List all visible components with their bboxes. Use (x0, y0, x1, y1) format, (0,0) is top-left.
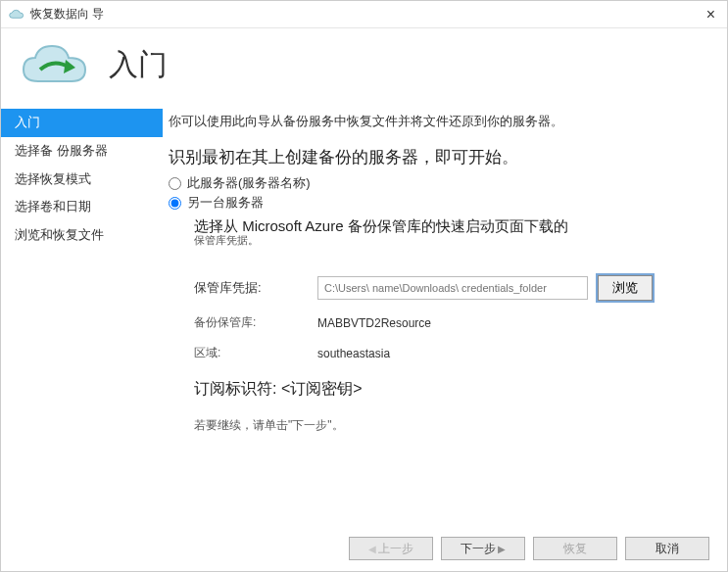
cloud-arrow-icon (21, 40, 89, 89)
radio-this-server-input[interactable] (169, 177, 181, 190)
continue-hint: 若要继续，请单击"下一步"。 (194, 417, 704, 434)
backup-vault-label: 备份保管库: (194, 314, 317, 331)
wizard-main: 你可以使用此向导从备份服务中恢复文件并将文件还原到你的服务器。 识别最初在其上创… (163, 107, 727, 526)
intro-text: 你可以使用此向导从备份服务中恢复文件并将文件还原到你的服务器。 (169, 113, 704, 130)
radio-this-server[interactable]: 此服务器(服务器名称) (169, 174, 704, 192)
next-button[interactable]: 下一步 ▶ (441, 537, 525, 560)
radio-other-server-label: 另一台服务器 (187, 194, 264, 212)
page-title: 入门 (109, 45, 168, 85)
cancel-button[interactable]: 取消 (625, 537, 709, 560)
sidebar-item-select-volume-date[interactable]: 选择卷和日期 (1, 193, 163, 221)
vault-hint-small: 保管库凭据。 (194, 233, 704, 248)
radio-other-server[interactable]: 另一台服务器 (169, 194, 704, 212)
credentials-row: 保管库凭据: 浏览 (194, 275, 704, 301)
subscription-id: 订阅标识符: <订阅密钥> (194, 379, 704, 400)
backup-vault-value: MABBVTD2Resource (317, 316, 431, 330)
chevron-left-icon: ◀ (368, 544, 379, 554)
recover-button: 恢复 (533, 537, 617, 560)
other-server-block: 选择从 Microsoft Azure 备份保管库的快速启动页面下载的 保管库凭… (194, 217, 704, 434)
wizard-sidebar: 入门 选择备 份服务器 选择恢复模式 选择卷和日期 浏览和恢复文件 (1, 107, 163, 526)
cloud-icon-small (9, 9, 24, 21)
browse-button[interactable]: 浏览 (598, 275, 653, 301)
wizard-footer: ◀ 上一步 下一步 ▶ 恢复 取消 (1, 526, 727, 571)
wizard-header: 入门 (1, 28, 727, 107)
region-value: southeastasia (317, 347, 390, 360)
close-icon[interactable]: × (703, 6, 719, 24)
window-title: 恢复数据向 导 (30, 6, 104, 23)
credentials-label: 保管库凭据: (194, 279, 317, 297)
credentials-path-input[interactable] (317, 276, 588, 300)
radio-other-server-input[interactable] (169, 197, 181, 210)
backup-vault-row: 备份保管库: MABBVTD2Resource (194, 314, 704, 331)
sidebar-item-select-recovery-mode[interactable]: 选择恢复模式 (1, 166, 163, 194)
sidebar-item-getting-started[interactable]: 入门 (1, 109, 163, 137)
prev-button: ◀ 上一步 (349, 537, 433, 560)
sidebar-item-select-backup-server[interactable]: 选择备 份服务器 (1, 137, 163, 166)
chevron-right-icon: ▶ (496, 544, 507, 554)
title-bar: 恢复数据向 导 × (1, 1, 727, 28)
wizard-body: 入门 选择备 份服务器 选择恢复模式 选择卷和日期 浏览和恢复文件 你可以使用此… (1, 107, 727, 526)
radio-this-server-label: 此服务器(服务器名称) (187, 174, 311, 192)
region-row: 区域: southeastasia (194, 345, 704, 361)
region-label: 区域: (194, 345, 317, 361)
section-title: 识别最初在其上创建备份的服务器，即可开始。 (169, 146, 704, 168)
sidebar-item-browse-recover[interactable]: 浏览和恢复文件 (1, 221, 163, 250)
